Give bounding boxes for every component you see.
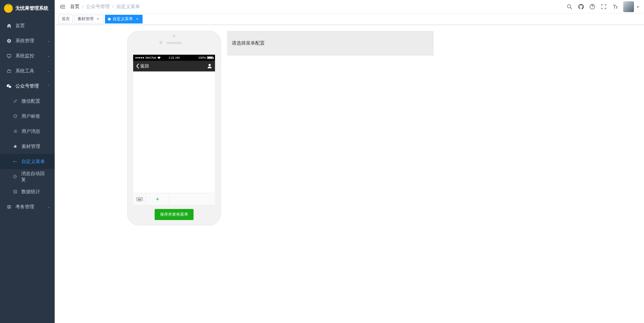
keyboard-toggle[interactable] <box>133 193 146 205</box>
sidebar-submenu: 微信配置 用户标签 用户消息 <box>0 94 55 199</box>
sidebar-item-label: 素材管理 <box>21 144 40 150</box>
app-title: 无忧果管理系统 <box>15 5 48 11</box>
wechat-menu-bar: + <box>133 193 215 205</box>
close-icon[interactable]: × <box>135 17 140 21</box>
sidebar-item-statistics[interactable]: 数据统计 <box>0 184 55 199</box>
tab-label: 首页 <box>62 16 70 22</box>
search-icon[interactable] <box>566 3 573 10</box>
logo[interactable]: 无忧果管理系统 <box>0 0 55 17</box>
tags-view: 首页 素材管理 × 自定义菜单 × <box>55 13 644 25</box>
sidebar-item-home[interactable]: 首页 <box>0 18 55 33</box>
github-icon[interactable] <box>578 3 584 10</box>
navbar-right <box>566 1 639 12</box>
breadcrumb-item: 自定义菜单 <box>116 4 140 10</box>
sidebar-item-system-tool[interactable]: 系统工具 ⌄ <box>0 63 55 78</box>
book-icon <box>6 205 12 209</box>
sidebar-item-wechat-mgmt[interactable]: 公众号管理 ⌃ <box>0 78 55 94</box>
sidebar-item-label: 公众号管理 <box>15 83 39 89</box>
sidebar-item-label: 系统监控 <box>15 53 34 59</box>
config-hint: 请选择菜单配置 <box>227 31 434 56</box>
sidebar-item-exam-mgmt[interactable]: 考务管理 ⌄ <box>0 199 55 214</box>
add-menu-button[interactable]: + <box>146 193 169 205</box>
plus-icon: + <box>156 196 159 202</box>
gauge-icon <box>12 174 18 179</box>
config-panel: 请选择菜单配置 <box>227 31 434 56</box>
phone-screen: ●●●●● WeChat 1:21 AM 100% <box>133 55 215 205</box>
tool-icon <box>6 69 12 73</box>
user-menu[interactable] <box>623 1 634 12</box>
svg-rect-6 <box>136 197 142 201</box>
sidebar-item-material[interactable]: 素材管理 <box>0 139 55 154</box>
sidebar-item-label: 首页 <box>15 23 25 29</box>
wechat-icon <box>6 84 12 89</box>
list-icon <box>12 129 18 133</box>
help-icon[interactable] <box>589 3 596 10</box>
sidebar-item-auto-reply[interactable]: 消息自动回复 <box>0 169 55 184</box>
sidebar-item-system-monitor[interactable]: 系统监控 ⌄ <box>0 48 55 63</box>
chevron-down-icon: ⌄ <box>47 205 50 209</box>
shield-icon <box>12 114 18 118</box>
sidebar-item-label: 微信配置 <box>21 98 40 104</box>
close-icon[interactable]: × <box>96 17 100 21</box>
svg-point-4 <box>568 4 571 8</box>
tab-material[interactable]: 素材管理 × <box>74 15 103 23</box>
battery-icon <box>207 56 213 59</box>
svg-rect-0 <box>7 54 11 57</box>
back-label: 返回 <box>140 63 149 69</box>
back-button[interactable]: 返回 <box>136 63 149 69</box>
svg-rect-11 <box>138 199 141 200</box>
main-area: 首页 / 公众号管理 / 自定义菜单 <box>55 0 644 323</box>
sidebar-item-user-tag[interactable]: 用户标签 <box>0 109 55 124</box>
wechat-conversation-area <box>133 71 215 193</box>
chevron-down-icon: ⌄ <box>47 69 50 73</box>
sidebar-item-label: 数据统计 <box>21 189 40 195</box>
tab-home[interactable]: 首页 <box>59 15 73 23</box>
logo-icon <box>4 4 13 13</box>
sidebar-item-custom-menu[interactable]: 自定义菜单 <box>0 154 55 169</box>
breadcrumb-item: 公众号管理 <box>86 4 110 10</box>
chevron-up-icon: ⌃ <box>47 84 50 88</box>
tab-label: 素材管理 <box>77 16 94 22</box>
plus-icon <box>12 159 18 164</box>
sidebar-item-label: 考务管理 <box>15 204 34 210</box>
sidebar-item-label: 用户消息 <box>21 128 40 134</box>
gear-icon <box>6 39 12 43</box>
svg-point-8 <box>139 198 139 199</box>
data-icon <box>12 190 18 194</box>
breadcrumb-item[interactable]: 首页 <box>70 4 79 10</box>
phone-mockup: ●●●●● WeChat 1:21 AM 100% <box>127 31 221 225</box>
sidebar: 无忧果管理系统 首页 系统管理 ⌄ 系统监控 ⌄ <box>0 0 55 323</box>
svg-point-10 <box>141 198 141 199</box>
font-size-icon[interactable] <box>612 3 619 10</box>
person-icon[interactable] <box>207 63 212 69</box>
phone-sensor-icon <box>159 41 163 44</box>
publish-button[interactable]: 保存并发布菜单 <box>155 209 194 220</box>
sidebar-item-label: 消息自动回复 <box>21 171 49 183</box>
phone-actions: 保存并发布菜单 <box>133 209 215 220</box>
sidebar-item-wx-config[interactable]: 微信配置 <box>0 94 55 109</box>
svg-point-9 <box>140 198 140 199</box>
phone-preview-column: ●●●●● WeChat 1:21 AM 100% <box>127 31 221 225</box>
breadcrumb: 首页 / 公众号管理 / 自定义菜单 <box>70 4 140 10</box>
chevron-down-icon: ⌄ <box>47 39 50 43</box>
battery-percent: 100% <box>198 56 206 59</box>
sidebar-item-label: 自定义菜单 <box>21 159 45 165</box>
sidebar-item-system-mgmt[interactable]: 系统管理 ⌄ <box>0 33 55 48</box>
svg-rect-1 <box>7 70 11 72</box>
sidebar-item-label: 用户标签 <box>21 113 40 119</box>
breadcrumb-separator: / <box>112 4 114 9</box>
breadcrumb-separator: / <box>82 4 84 9</box>
dashboard-icon <box>6 23 12 28</box>
hamburger-toggle[interactable] <box>60 4 70 10</box>
signal-icon: ●●●●● <box>135 56 144 59</box>
avatar <box>623 1 634 12</box>
wechat-title-bar: 返回 <box>133 61 215 71</box>
time-label: 1:21 AM <box>168 56 179 59</box>
sidebar-item-user-msg[interactable]: 用户消息 <box>0 124 55 139</box>
tab-label: 自定义菜单 <box>113 16 133 22</box>
edit-icon <box>12 99 18 103</box>
navbar: 首页 / 公众号管理 / 自定义菜单 <box>55 0 644 13</box>
monitor-icon <box>6 54 12 58</box>
tab-custom-menu[interactable]: 自定义菜单 × <box>105 15 143 23</box>
fullscreen-icon[interactable] <box>600 3 607 10</box>
